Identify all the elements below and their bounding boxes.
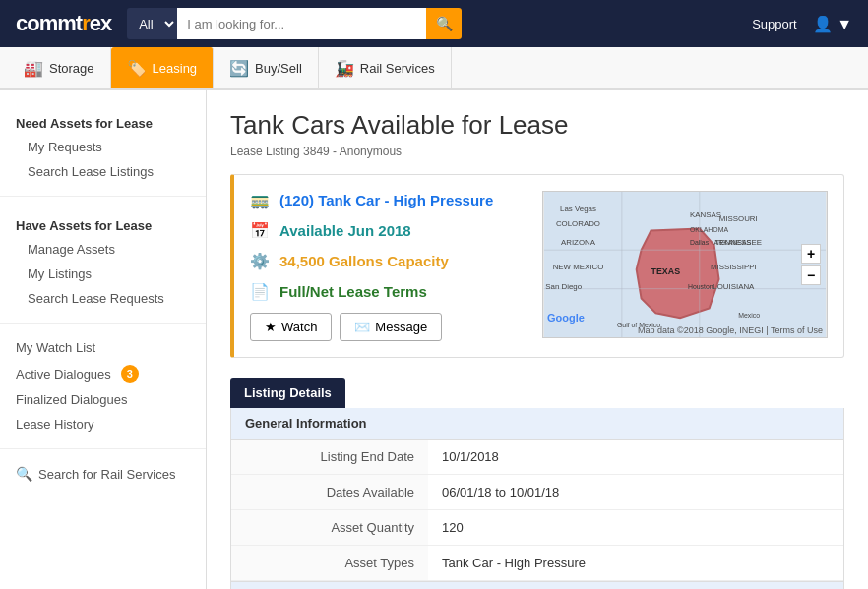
svg-text:San Diego: San Diego [545,282,582,291]
dates-available-label: Dates Available [231,475,428,509]
asset-quantity-label: Asset Quantity [231,510,428,545]
page-title: Tank Cars Available for Lease [230,110,844,141]
message-button[interactable]: ✉️ Message [340,313,442,341]
star-icon: ★ [265,320,277,334]
dates-available-value: 06/01/18 to 10/01/18 [428,475,843,509]
secondary-nav: 🏭 Storage 🏷️ Leasing 🔄 Buy/Sell 🚂 Rail S… [0,47,868,90]
sidebar-item-rail-services[interactable]: 🔍 Search for Rail Services [0,461,206,487]
nav-item-buysell[interactable]: 🔄 Buy/Sell [214,47,319,88]
finalized-dialogues-label: Finalized Dialogues [16,392,127,407]
rail-services-label: Search for Rail Services [38,467,175,482]
listing-end-date-label: Listing End Date [231,440,428,474]
need-assets-title: Need Assets for Lease [0,106,206,135]
listing-end-date-value: 10/1/2018 [428,440,843,474]
asset-types-label: Asset Types [231,546,428,580]
info-details: 🚃 (120) Tank Car - High Pressure 📅 Avail… [250,191,523,341]
capacity-icon: ⚙️ [250,252,270,270]
listing-details-tab[interactable]: Listing Details [230,378,345,408]
asset-types-value: Tank Car - High Pressure [428,546,843,580]
document-icon: 📄 [250,282,270,301]
top-bar: commtrex All 🔍 Support 👤 ▼ [0,0,868,47]
svg-text:TEXAS: TEXAS [651,266,680,276]
info-row-lease-terms: 📄 Full/Net Lease Terms [250,282,523,301]
map-zoom-controls: + − [801,244,821,285]
lease-history-label: Lease History [16,417,93,432]
google-maps-logo: Google [547,312,585,324]
nav-item-rail[interactable]: 🚂 Rail Services [319,47,452,88]
info-row-available-date: 📅 Available Jun 2018 [250,221,523,240]
svg-text:Las Vegas: Las Vegas [560,205,596,213]
table-row: Asset Types Tank Car - High Pressure [231,546,843,581]
sidebar-item-search-requests[interactable]: Search Lease Requests [0,286,206,311]
storage-icon: 🏭 [24,59,43,78]
svg-text:Dallas: Dallas [690,239,710,246]
search-container: All 🔍 [127,8,462,39]
sidebar-item-search-listings[interactable]: Search Lease Listings [0,159,206,184]
action-buttons: ★ Watch ✉️ Message [250,313,523,341]
search-category-select[interactable]: All [127,8,177,39]
search-input[interactable] [177,8,426,39]
svg-text:MISSISSIPPI: MISSISSIPPI [711,263,757,271]
logo: commtrex [16,11,111,36]
message-label: Message [375,320,427,334]
logistics-header: Logistics [231,581,843,589]
listing-details-section: Listing Details General Information List… [230,378,844,589]
svg-text:MISSOURI: MISSOURI [719,214,758,223]
svg-text:Mexico: Mexico [738,312,760,319]
svg-text:Houston: Houston [688,283,713,290]
sidebar-item-my-listings[interactable]: My Listings [0,262,206,286]
sidebar-item-manage-assets[interactable]: Manage Assets [0,237,206,262]
asset-quantity-value: 120 [428,510,843,545]
svg-text:KANSAS: KANSAS [690,210,721,219]
have-assets-title: Have Assets for Lease [0,208,206,237]
train-car-icon: 🚃 [250,191,270,209]
svg-text:LOUISIANA: LOUISIANA [713,282,755,291]
top-right-nav: Support 👤 ▼ [752,15,852,33]
capacity-text: 34,500 Gallons Capacity [279,253,449,269]
info-card: 🚃 (120) Tank Car - High Pressure 📅 Avail… [230,174,844,358]
rail-services-icon: 🔍 [16,466,32,482]
sidebar-item-active-dialogues[interactable]: Active Dialogues 3 [0,360,206,387]
svg-text:OKLAHOMA: OKLAHOMA [690,226,728,233]
table-row: Listing End Date 10/1/2018 [231,440,843,475]
sidebar-item-lease-history[interactable]: Lease History [0,412,206,437]
sidebar-item-watch-list[interactable]: My Watch List [0,335,206,360]
calendar-icon: 📅 [250,221,270,240]
support-link[interactable]: Support [752,17,797,31]
zoom-in-button[interactable]: + [801,244,821,264]
rail-icon: 🚂 [335,59,354,78]
car-type-text: (120) Tank Car - High Pressure [279,192,493,208]
main-content: Tank Cars Available for Lease Lease List… [207,90,868,589]
sidebar: Need Assets for Lease My Requests Search… [0,90,207,589]
nav-item-storage[interactable]: 🏭 Storage [8,47,111,88]
leasing-icon: 🏷️ [127,59,147,78]
map-attribution: Map data ©2018 Google, INEGI | Terms of … [638,325,823,335]
buysell-icon: 🔄 [229,59,249,78]
nav-item-leasing[interactable]: 🏷️ Leasing [111,47,215,88]
svg-text:COLORADO: COLORADO [556,219,600,228]
nav-storage-label: Storage [49,61,94,76]
info-row-capacity: ⚙️ 34,500 Gallons Capacity [250,252,523,270]
active-dialogues-badge: 3 [121,365,139,383]
svg-text:ARIZONA: ARIZONA [561,238,596,247]
search-button[interactable]: 🔍 [426,8,462,39]
watch-button[interactable]: ★ Watch [250,313,332,341]
info-row-car-type: 🚃 (120) Tank Car - High Pressure [250,191,523,209]
nav-leasing-label: Leasing [153,61,198,76]
user-menu-icon[interactable]: 👤 ▼ [813,15,852,33]
message-icon: ✉️ [354,320,370,334]
details-table: General Information Listing End Date 10/… [230,408,844,589]
listing-subtitle: Lease Listing 3849 - Anonymous [230,145,844,158]
active-dialogues-label: Active Dialogues [16,367,111,382]
nav-rail-label: Rail Services [360,61,435,76]
sidebar-item-finalized-dialogues[interactable]: Finalized Dialogues [0,387,206,412]
general-info-header: General Information [231,408,843,440]
table-row: Asset Quantity 120 [231,510,843,546]
watch-label: Watch [281,320,317,334]
svg-text:ARKANSAS: ARKANSAS [714,239,752,246]
map-container: TEXAS COLORADO MISSOURI TENNESSEE MISSIS… [542,191,828,338]
lease-terms-text: Full/Net Lease Terms [279,283,427,300]
zoom-out-button[interactable]: − [801,265,821,285]
sidebar-item-my-requests[interactable]: My Requests [0,135,206,159]
table-row: Dates Available 06/01/18 to 10/01/18 [231,475,843,510]
